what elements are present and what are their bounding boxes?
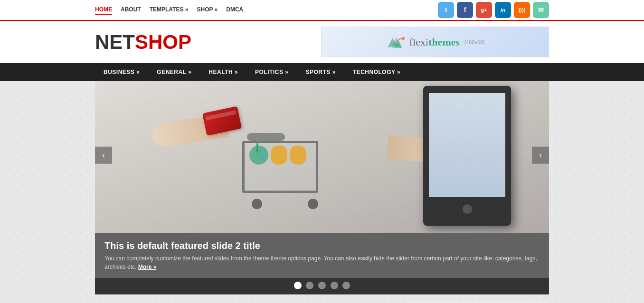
cat-health[interactable]: HEALTH » <box>200 63 246 81</box>
site-logo[interactable]: NETSHOP <box>95 32 191 52</box>
logo-net: NET <box>95 31 135 53</box>
cat-general[interactable]: GENERAL » <box>148 63 200 81</box>
social-icons-group: t f g+ in )))) ✉ <box>438 2 549 18</box>
cat-sports[interactable]: SPORTS » <box>297 63 344 81</box>
facebook-icon[interactable]: f <box>457 2 473 18</box>
flexithemes-logo-icon <box>386 34 405 50</box>
slide-more-link[interactable]: More » <box>138 264 157 270</box>
cat-business[interactable]: BUSINESS » <box>95 63 148 81</box>
slide-dot-5[interactable] <box>342 282 350 289</box>
top-navigation: HOME ABOUT TEMPLATES » SHOP » DMCA <box>95 5 243 15</box>
nav-shop[interactable]: SHOP » <box>197 5 218 15</box>
slide-dot-1[interactable] <box>294 282 302 289</box>
slide-dot-3[interactable] <box>318 282 326 289</box>
cat-technology[interactable]: TECHNOLOGY » <box>344 63 409 81</box>
nav-home[interactable]: HOME <box>95 5 112 15</box>
rss-icon[interactable]: )))) <box>514 2 530 18</box>
slider-image: ‹ › <box>95 81 549 233</box>
linkedin-icon[interactable]: in <box>495 2 511 18</box>
nav-dmca[interactable]: DMCA <box>226 5 243 15</box>
slide-title: This is default featured slide 2 title <box>104 240 540 251</box>
slider-prev-button[interactable]: ‹ <box>95 147 112 164</box>
nav-templates[interactable]: TEMPLATES » <box>150 5 189 15</box>
nav-about[interactable]: ABOUT <box>121 5 141 15</box>
email-icon[interactable]: ✉ <box>533 2 549 18</box>
slider-next-button[interactable]: › <box>532 147 549 164</box>
logo-shop: SHOP <box>135 31 191 53</box>
svg-point-3 <box>401 37 404 40</box>
banner-advertisement[interactable]: flexithemes [468x60] <box>321 27 549 57</box>
category-navigation: BUSINESS » GENERAL » HEALTH » POLITICS »… <box>0 63 644 81</box>
banner-size-label: [468x60] <box>464 39 484 45</box>
site-header: NETSHOP flexithemes [468x60] <box>0 21 644 63</box>
twitter-icon[interactable]: t <box>438 2 454 18</box>
slide-dots <box>95 278 549 294</box>
banner-brand-text: flexithemes <box>409 36 460 48</box>
cat-politics[interactable]: POLITICS » <box>246 63 297 81</box>
slide-dot-2[interactable] <box>306 282 313 289</box>
slide-description: You can completely customize the feature… <box>104 254 540 271</box>
slide-dot-4[interactable] <box>331 282 338 289</box>
top-bar: HOME ABOUT TEMPLATES » SHOP » DMCA t f g… <box>0 0 644 21</box>
google-plus-icon[interactable]: g+ <box>476 2 492 18</box>
slide-caption: This is default featured slide 2 title Y… <box>95 233 549 278</box>
featured-slider: ‹ › This is default featured slide 2 tit… <box>95 81 549 294</box>
